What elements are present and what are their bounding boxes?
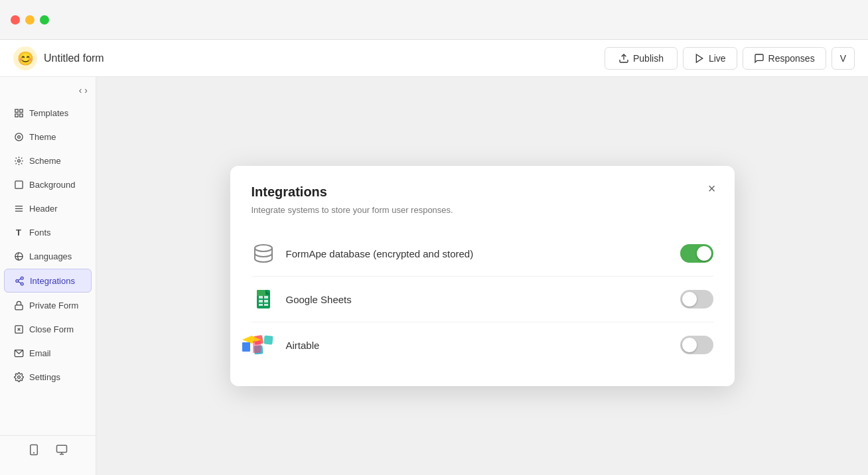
sidebar-item-header[interactable]: Header [4,197,92,220]
fullscreen-traffic-light[interactable] [40,15,49,25]
formape-toggle[interactable] [680,244,713,263]
scheme-icon [13,155,24,166]
main-header: 😊 Untitled form Publish Live Responses V [0,40,868,77]
title-bar [0,0,868,40]
svg-rect-34 [264,300,268,303]
publish-icon [618,53,629,64]
background-icon [13,179,24,190]
sidebar-item-email[interactable]: Email [4,342,92,364]
svg-rect-32 [264,296,268,299]
desktop-view-button[interactable] [52,441,72,462]
form-title: Untitled form [44,52,605,64]
sidebar-item-private-form[interactable]: Private Form [4,294,92,316]
collapse-icon: ‹ › [79,85,88,96]
svg-rect-31 [259,296,263,299]
sidebar-item-label: Header [29,204,58,214]
svg-rect-33 [259,300,263,303]
collapse-button[interactable]: ‹ › [79,85,88,96]
sidebar-item-label: Email [29,348,51,358]
v-label: V [840,53,846,64]
sidebar-item-label: Templates [29,108,68,118]
header-icon [13,203,24,214]
templates-icon [13,107,24,118]
sidebar-item-label: Fonts [29,228,51,238]
svg-rect-4 [19,113,22,116]
responses-label: Responses [768,53,815,64]
airtable-thumb [682,338,697,352]
svg-point-29 [255,245,272,251]
publish-label: Publish [633,53,664,64]
google-sheets-icon [252,287,275,311]
sidebar-item-languages[interactable]: Languages [4,245,92,267]
modal-overlay: Integrations × Integrate systems to stor… [96,77,868,475]
sidebar-item-fonts[interactable]: T Fonts [4,221,92,243]
svg-point-5 [15,133,22,140]
close-form-icon [13,324,24,334]
svg-rect-35 [259,304,263,306]
svg-rect-36 [264,304,268,306]
integrations-modal: Integrations × Integrate systems to stor… [230,166,735,386]
svg-line-16 [18,281,21,283]
modal-title: Integrations [252,184,713,200]
svg-line-17 [18,279,21,280]
formape-icon [252,241,275,265]
integrations-icon [14,275,25,286]
svg-rect-18 [15,305,22,309]
live-button[interactable]: Live [683,47,737,70]
svg-point-6 [17,135,20,138]
sidebar-item-scheme[interactable]: Scheme [4,149,92,172]
svg-rect-43 [253,341,261,353]
form-logo: 😊 [13,46,37,70]
svg-rect-39 [263,335,273,344]
svg-point-7 [17,159,20,162]
airtable-toggle[interactable] [680,336,713,354]
sidebar-item-label: Languages [29,251,72,261]
integration-row-airtable: Airtable [252,322,713,368]
settings-icon [13,372,24,382]
svg-point-23 [17,375,20,378]
svg-point-15 [21,283,23,285]
svg-rect-3 [15,113,17,116]
sidebar-item-integrations[interactable]: Integrations [4,269,92,293]
google-sheets-toggle[interactable] [680,290,713,308]
live-label: Live [709,53,726,64]
mobile-view-button[interactable] [24,441,44,462]
sidebar-item-settings[interactable]: Settings [4,366,92,388]
sidebar-item-label: Close Form [29,324,74,334]
fonts-icon: T [13,227,24,238]
sidebar-item-label: Private Form [29,301,78,310]
airtable-icon [252,333,275,357]
app-body: ‹ › Templates Theme Scheme Backgr [0,77,868,475]
airtable-track [680,336,713,354]
sidebar-item-close-form[interactable]: Close Form [4,318,92,340]
svg-rect-37 [257,290,265,296]
sidebar-bottom [0,435,96,467]
sidebar-item-background[interactable]: Background [4,173,92,196]
sidebar: ‹ › Templates Theme Scheme Backgr [0,77,96,475]
responses-button[interactable]: Responses [743,47,826,70]
logo-emoji: 😊 [17,50,34,66]
svg-rect-1 [15,109,17,111]
languages-icon [13,251,24,261]
private-form-icon [13,300,24,310]
formape-thumb [697,246,711,261]
svg-rect-42 [242,342,250,352]
integration-row-google-sheets: Google Sheets [252,277,713,322]
sidebar-item-theme[interactable]: Theme [4,125,92,148]
v-button[interactable]: V [832,47,855,70]
theme-icon [13,131,24,142]
svg-point-13 [21,277,23,279]
close-traffic-light[interactable] [11,15,20,25]
sidebar-item-label: Settings [29,372,60,382]
sidebar-item-label: Scheme [29,156,61,166]
header-actions: Publish Live Responses V [605,47,855,70]
sidebar-item-templates[interactable]: Templates [4,102,92,124]
publish-button[interactable]: Publish [605,47,678,70]
modal-close-button[interactable]: × [703,179,721,198]
svg-rect-26 [57,445,67,452]
responses-icon [754,53,764,64]
minimize-traffic-light[interactable] [25,15,35,25]
traffic-lights [11,15,49,25]
svg-point-14 [15,279,18,282]
sidebar-item-label: Integrations [30,276,75,286]
